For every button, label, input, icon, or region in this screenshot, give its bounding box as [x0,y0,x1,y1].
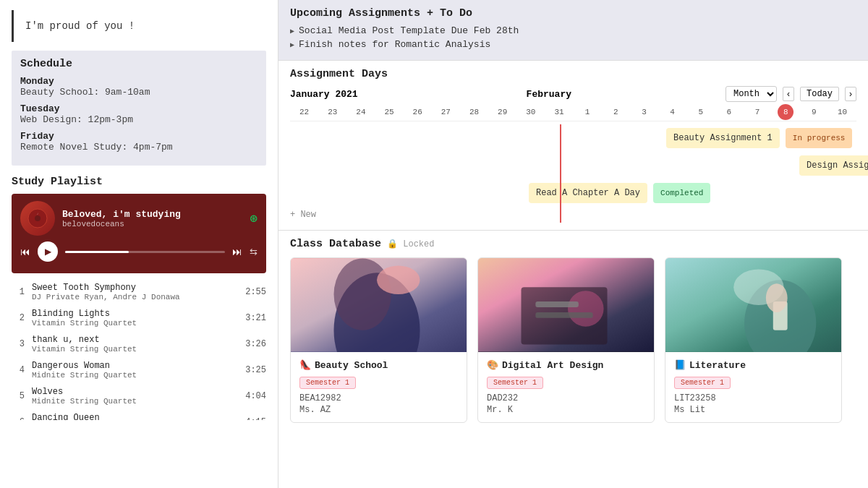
calendar-date-cell[interactable]: 28 [460,106,488,118]
skip-forward-button[interactable]: ⏭ [232,246,242,257]
track-item[interactable]: 3 thank u, next Vitamin String Quartet 3… [12,331,266,357]
day-friday: Friday [20,131,258,142]
schedule-day-tuesday: Tuesday Web Design: 12pm-3pm [20,103,258,125]
track-name: thank u, next [32,335,245,345]
calendar-date-cell[interactable]: 10 [828,106,856,118]
calendar-date-cell[interactable]: 3 [630,106,658,118]
date-number: 25 [384,108,393,116]
digital-card-body: 🎨 Digital Art Design Semester 1 DAD232 M… [478,352,654,422]
date-number: 30 [526,108,535,116]
gantt-row-beauty: Beauty Assignment 1 In progress [290,124,856,152]
svg-point-1 [35,215,41,221]
album-art: ♪ [20,201,55,236]
todo-item-2: ▶ Finish notes for Romantic Analysis [290,39,856,50]
beauty-assignment-label: Beauty Assignment 1 [673,133,773,143]
cal-next-button[interactable]: › [845,87,856,101]
read-chapter-label: Read A Chapter A Day [536,188,640,198]
calendar-date-cell[interactable]: 5 [686,106,715,118]
calendar-date-cell[interactable]: 4 [658,106,686,118]
calendar-date-cell[interactable]: 6 [715,106,743,118]
class-db-title: Class Database [290,238,381,250]
schedule-section: Schedule Monday Beauty School: 9am-10am … [12,51,266,166]
calendar-title: Assignment Days [290,68,856,80]
schedule-day-monday: Monday Beauty School: 9am-10am [20,76,258,98]
completed-badge: Completed [653,183,710,203]
calendar-date-cell[interactable]: 31 [545,106,573,118]
calendar-header: January 2021 February Month Week Day ‹ T… [290,86,856,102]
today-button[interactable]: Today [800,87,839,101]
quote-text: I'm proud of you ! [25,20,135,32]
add-new-button[interactable]: + New [290,207,316,223]
calendar-date-cell[interactable]: 29 [488,106,516,118]
play-pause-button[interactable]: ▶ [38,241,58,262]
track-number: 5 [12,391,25,401]
class-card-digital[interactable]: 🎨 Digital Art Design Semester 1 DAD232 M… [477,257,655,423]
player-artist-name: belovedoceans [62,220,242,228]
date-number: 31 [554,108,563,116]
svg-point-9 [568,291,604,327]
calendar-date-cell[interactable]: 2 [602,106,630,118]
calendar-date-cell[interactable]: 22 [290,106,318,118]
completed-label: Completed [660,189,703,197]
date-number: 9 [812,108,817,116]
calendar-date-cell[interactable]: 9 [800,106,828,118]
literature-code: LIT23258 [674,393,833,403]
svg-rect-10 [535,301,579,307]
design-assignment-bar[interactable]: Design Assignment 2 [799,155,868,176]
spotify-icon: ⊛ [250,210,258,226]
literature-card-body: 📘 Literature Semester 1 LIT23258 Ms Lit [665,352,841,422]
calendar-date-cell[interactable]: 27 [432,106,460,118]
date-number: 5 [698,108,703,116]
day-monday: Monday [20,76,258,87]
calendar-dates: 2223242526272829303112345678910 [290,106,856,121]
track-name: Sweet Tooth Symphony [32,283,245,293]
track-item[interactable]: 1 Sweet Tooth Symphony DJ Private Ryan, … [12,279,266,305]
date-number: 26 [413,108,422,116]
motivational-quote: I'm proud of you ! [12,10,266,42]
gantt-row-design: Design Assignment 2 [290,152,856,179]
track-duration: 3:21 [245,313,266,323]
track-item[interactable]: 6 Dancing Queen Midnite String Quartet 4… [12,409,266,420]
track-item[interactable]: 4 Dangerous Woman Midnite String Quartet… [12,357,266,383]
track-info: Dangerous Woman Midnite String Quartet [32,361,245,380]
calendar-date-cell[interactable]: 30 [516,106,545,118]
literature-teacher: Ms Lit [674,405,833,415]
class-database-section: Class Database 🔒 Locked [278,231,868,488]
track-artist: Midnite String Quartet [32,371,245,380]
date-number: 1 [585,108,590,116]
track-number: 6 [12,417,25,420]
track-duration: 3:26 [245,339,266,349]
track-duration: 4:15 [245,417,266,420]
read-chapter-bar[interactable]: Read A Chapter A Day [529,183,647,203]
beauty-card-title: 👠 Beauty School [299,359,458,371]
literature-card-image [665,258,841,352]
class-card-beauty[interactable]: 👠 Beauty School Semester 1 BEA12982 Ms. … [290,257,467,423]
player-controls[interactable]: ⏮ ▶ ⏭ ⇆ [20,241,258,262]
date-number: 10 [838,108,847,116]
share-button[interactable]: ⇆ [250,247,258,257]
calendar-date-cell[interactable]: 24 [346,106,375,118]
calendar-date-cell[interactable]: 8 [772,106,800,118]
calendar-controls[interactable]: Month Week Day ‹ Today › [726,86,856,102]
beauty-semester: Semester 1 [299,377,356,389]
calendar-date-cell[interactable]: 7 [744,106,772,118]
calendar-date-cell[interactable]: 23 [318,106,346,118]
class-card-literature[interactable]: 📘 Literature Semester 1 LIT23258 Ms Lit [665,257,842,423]
track-artist: Vitamin String Quartet [32,319,245,328]
month-dropdown[interactable]: Month Week Day [726,86,777,102]
beauty-assignment-bar[interactable]: Beauty Assignment 1 [666,128,780,148]
progress-bar-container [65,251,225,253]
track-number: 1 [12,287,25,297]
svg-rect-11 [535,312,592,318]
digital-card-title: 🎨 Digital Art Design [487,359,645,371]
track-item[interactable]: 5 Wolves Midnite String Quartet 4:04 [12,383,266,409]
calendar-date-cell[interactable]: 25 [375,106,403,118]
cal-prev-button[interactable]: ‹ [783,87,794,101]
skip-back-button[interactable]: ⏮ [20,246,30,257]
beauty-name: Beauty School [315,360,388,371]
calendar-date-cell[interactable]: 1 [574,106,602,118]
date-number: 23 [328,108,337,116]
calendar-gantt: Beauty Assignment 1 In progress Design A… [290,124,856,223]
track-item[interactable]: 2 Blinding Lights Vitamin String Quartet… [12,305,266,331]
calendar-date-cell[interactable]: 26 [404,106,432,118]
